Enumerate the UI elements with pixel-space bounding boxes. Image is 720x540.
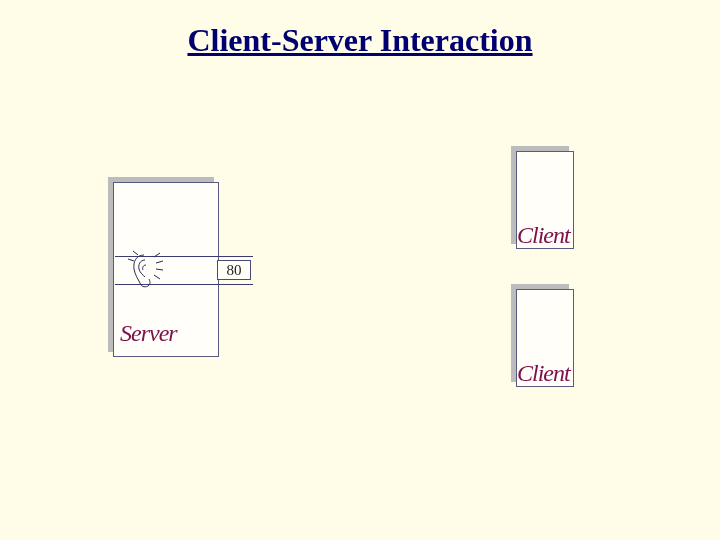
svg-line-0 (154, 253, 160, 257)
slide-title: Client-Server Interaction (0, 22, 720, 59)
svg-line-2 (156, 269, 163, 270)
ear-icon (126, 248, 170, 292)
svg-line-1 (156, 261, 163, 263)
client-label-2: Client (517, 360, 570, 387)
svg-line-5 (128, 259, 134, 261)
svg-line-3 (154, 275, 160, 279)
client-label-1: Client (517, 222, 570, 249)
svg-line-4 (133, 251, 138, 255)
server-port: 80 (195, 256, 265, 290)
server-port-value: 80 (217, 260, 251, 280)
server-label: Server (120, 320, 177, 347)
